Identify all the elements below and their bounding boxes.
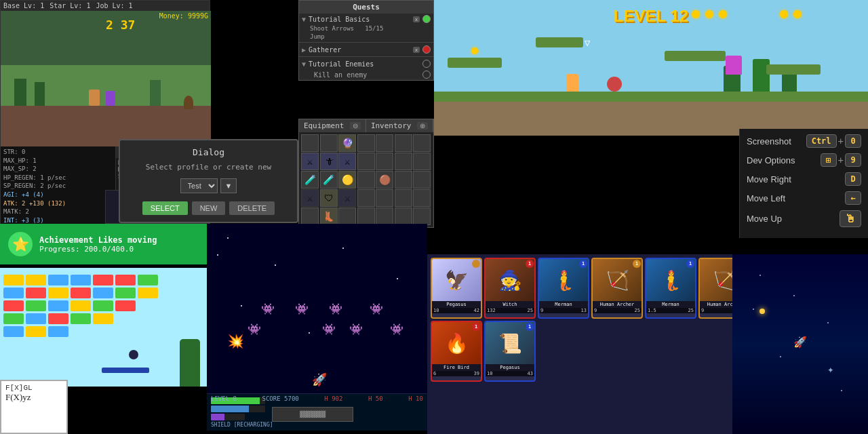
card-badge-3: 1 [579,260,587,268]
platform4 [766,64,821,75]
inv-cell-weapon[interactable]: ⚔ [301,153,319,170]
quest-status-red [422,45,431,54]
quest-arrow: ▼ [302,16,306,23]
inv-cell[interactable] [301,134,319,152]
card-merman2[interactable]: 1 🧜 Merman 1.525 [645,258,696,319]
inv-cell[interactable] [376,153,393,170]
dialog-select-arrow-btn[interactable]: ▼ [220,178,237,193]
quest-close-tutorial[interactable]: x [413,16,420,22]
card-name-1: Pegasus [432,301,481,308]
dialog-delete-btn[interactable]: DELETE [229,201,275,215]
inv-cell[interactable] [338,208,356,225]
inv-cell[interactable] [357,153,375,170]
inventory-tab[interactable]: Inventory ⊕ [366,119,433,132]
quest-tutorial-basics[interactable]: ▼ Tutorial Basics x [299,14,433,24]
nine-key: 9 [845,153,861,167]
inv-cell-weapon[interactable]: 🗡 [320,153,338,170]
night-star1 [760,275,761,276]
inv-cell[interactable] [357,171,375,189]
dialog-new-btn[interactable]: NEW [192,201,226,215]
dialog-select-row: Test ▼ [127,178,290,193]
inv-cell-equipped[interactable]: 🛡 [320,189,338,207]
inv-cell[interactable] [413,134,431,152]
quest-enemies-arrow: ▼ [302,60,306,68]
quest-close-gatherer[interactable]: x [413,47,420,53]
inv-cell[interactable] [301,208,319,225]
inv-cell[interactable] [376,189,393,207]
move-up-label: Move Up [747,214,782,224]
quest-status-green [422,15,431,23]
card-stats-2: 13225 [486,308,534,313]
inv-cell[interactable] [357,208,375,225]
card-stats-3: 913 [539,308,588,313]
keybind-panel: Screenshot Ctrl + 0 Dev Options ⊞ + 9 Mo… [739,129,868,238]
quest-tutorial-enemies[interactable]: ▼ Tutorial Enemies [299,58,433,69]
card-archer1[interactable]: 1 🏹 Human Archer 925 [591,258,643,319]
inv-cell[interactable] [395,153,412,170]
sp-label: H 10 [408,395,423,402]
card-stats-5: 1.525 [646,308,695,313]
score-display: ▓▓▓▓▓▓▓ [272,407,353,422]
inv-cell[interactable] [376,208,393,225]
brick-game [0,268,207,387]
equipment-tab[interactable]: Equipment ⊖ [299,119,366,132]
screenshot-row: Screenshot Ctrl + 0 [747,134,861,148]
card-badge-10: 1 [526,323,534,331]
inv-cell[interactable] [413,171,431,189]
dev-options-keys: ⊞ + 9 [821,153,861,167]
card-name-2: Witch [486,301,534,308]
card-witch[interactable]: 1 🧙 Witch 13225 [484,258,536,319]
equip-inv-panel: Equipment ⊖ Inventory ⊕ 🔮 ⚔ 🗡 ⚔ [298,119,434,228]
card-badge-5: 1 [686,260,694,268]
inv-cell-equipped[interactable]: 🟡 [338,171,356,189]
inv-cell[interactable] [357,134,375,152]
inv-cell[interactable] [395,189,412,207]
platformer-panel: LEVEL 12 ▽ [434,0,868,136]
inv-cell[interactable]: 🟤 [376,171,393,189]
card-badge-2: 1 [526,260,534,268]
inv-cell[interactable]: 🧪 [320,171,338,189]
card-name-5: Merman [646,301,695,308]
inv-cell[interactable] [395,208,412,225]
agi-stat: AGI: +4 (4) [3,191,44,199]
card-firebird[interactable]: 1 🔥 Fire Bird 639 [431,321,482,382]
inv-cell[interactable] [413,189,431,207]
invader3: 👾 [329,302,342,315]
card-name-4: Human Archer [593,301,642,308]
invader2: 👾 [295,302,309,315]
matk-stat: MATK: 2 [3,208,29,216]
inv-cell[interactable] [395,171,412,189]
inv-cell-weapon[interactable]: ⚔ [338,189,356,207]
maxsp-stat: MAX_SP: 2 [3,165,37,174]
night-ship1: 🚀 [793,336,807,349]
quest-gatherer[interactable]: ▶ Gatherer x [299,44,433,55]
inv-cell[interactable] [320,134,338,152]
space-shooter: 🚀 💥 👾 👾 👾 👾 👾 👾 👾 👾 LEVEL 8 SCORE 5700 H… [207,224,427,431]
dialog-profile-select[interactable]: Test [180,178,218,193]
inv-cell-weapon[interactable]: ⚔ [338,153,356,170]
equip-tab-btn[interactable]: ⊖ [350,122,361,130]
inv-cell[interactable] [413,208,431,225]
inv-cell[interactable] [357,189,375,207]
inv-cell[interactable]: 🧪 [301,171,319,189]
move-left-label: Move Left [747,193,785,203]
card-merman1[interactable]: 1 🧜 Merman 913 [538,258,589,319]
rpg-top-bar: Base Lv: 1 Star Lv: 1 Job Lv: 1 [1,1,210,11]
dialog-subtitle: Select profile or create new [127,163,290,172]
hpregen-stat: HP_REGEN: 1 p/sec [3,174,66,182]
inv-cell-weapon[interactable]: ⚔ [301,189,319,207]
inv-cell-equipped[interactable]: 🔮 [338,134,356,152]
spregen-stat: SP_REGEN: 2 p/sec [3,182,66,191]
card-pegasus[interactable]: 🦅 Pegasus 1042 [431,258,482,319]
card-name-9: Fire Bird [432,364,481,371]
night-star4 [827,322,829,323]
inv-cell-equipped[interactable]: 👢 [320,208,338,225]
dialog-select-btn[interactable]: SELECT [142,201,188,215]
inv-cell[interactable] [413,153,431,170]
card-badge-9: 1 [472,323,480,331]
inv-cell[interactable] [395,134,412,152]
night-scene: 🚀 ✦ [732,254,868,434]
inv-tab-btn[interactable]: ⊕ [417,122,428,130]
card-misc[interactable]: 1 📜 Pegasus 1043 [484,321,536,382]
inv-cell[interactable] [376,134,393,152]
